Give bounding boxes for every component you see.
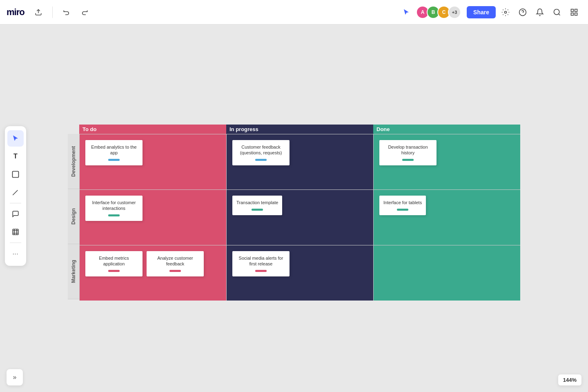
row-label-development: Development — [68, 134, 79, 189]
avatar-more[interactable]: +3 — [448, 6, 461, 19]
svg-rect-8 — [571, 13, 574, 15]
topbar-left: miro — [7, 5, 92, 20]
cell-marketing-todo[interactable]: Embed metrics application Analyze custom… — [79, 245, 226, 301]
frame-tool-button[interactable] — [7, 224, 24, 240]
sticky-tag-teal-1 — [402, 159, 414, 161]
sticky-tag-teal-3 — [252, 209, 263, 211]
cursor-tool-icon — [12, 135, 19, 142]
cell-dev-inprogress[interactable]: Customer feedback (questions, requests) — [226, 134, 373, 189]
sticky-transaction-history[interactable]: Develop transaction history — [379, 140, 437, 166]
text-tool-button[interactable]: T — [7, 148, 24, 165]
svg-line-5 — [559, 13, 560, 15]
search-icon — [553, 8, 561, 16]
svg-rect-9 — [575, 13, 577, 15]
board-row-marketing: Embed metrics application Analyze custom… — [79, 245, 520, 301]
toolbar-divider — [10, 203, 21, 203]
selection-tool-icon — [399, 5, 414, 20]
redo-button[interactable] — [77, 5, 92, 20]
sticky-tag-teal-4 — [397, 209, 408, 211]
upload-icon — [35, 9, 42, 16]
svg-rect-7 — [575, 9, 577, 11]
col-header-done: Done — [373, 125, 520, 134]
pen-icon — [12, 189, 19, 196]
sticky-interface-customer[interactable]: Interface for customer interactions — [85, 196, 143, 221]
cursor-icon — [403, 9, 410, 16]
cell-design-todo[interactable]: Interface for customer interactions — [79, 190, 226, 245]
sticky-embed-metrics[interactable]: Embed metrics application — [85, 251, 143, 277]
customize-icon[interactable] — [498, 5, 513, 20]
frame-icon — [12, 228, 19, 236]
cell-marketing-inprogress[interactable]: Social media alerts for first release — [226, 245, 373, 301]
sticky-note-icon — [11, 170, 20, 178]
sticky-tag-red-1 — [108, 270, 120, 272]
share-button[interactable]: Share — [467, 6, 496, 18]
redo-icon — [81, 9, 88, 16]
sticky-social-media[interactable]: Social media alerts for first release — [232, 251, 290, 277]
cell-dev-todo[interactable]: Embed analytics to the app — [79, 134, 226, 189]
undo-icon — [63, 9, 70, 16]
sticky-customer-feedback[interactable]: Customer feedback (questions, requests) — [232, 140, 290, 166]
sticky-embed-analytics[interactable]: Embed analytics to the app — [85, 140, 143, 166]
sticky-tag-blue-2 — [255, 159, 267, 161]
sticky-analyze-feedback[interactable]: Analyze customer feedback — [147, 251, 204, 277]
help-icon — [519, 8, 527, 16]
board-row-design: Interface for customer interactions Tran… — [79, 189, 520, 245]
row-label-marketing: Marketing — [68, 244, 79, 299]
search-icon-btn[interactable] — [550, 5, 564, 20]
settings-icon — [501, 8, 510, 16]
sticky-tag-red-2 — [169, 270, 181, 272]
comment-icon — [12, 210, 19, 218]
help-icon-btn[interactable] — [515, 5, 530, 20]
col-header-inprogress: In progress — [226, 125, 373, 134]
sticky-transaction-template[interactable]: Transaction template — [232, 196, 282, 216]
undo-button[interactable] — [59, 5, 74, 20]
board-body: Development Design Marketing Embed analy… — [68, 134, 520, 301]
board-menu-icon-btn[interactable] — [567, 5, 581, 20]
cell-marketing-done[interactable] — [373, 245, 520, 301]
svg-rect-13 — [13, 229, 18, 235]
topbar: miro A B C +3 Share — [0, 0, 588, 24]
sticky-tag-blue — [108, 159, 120, 161]
svg-rect-6 — [571, 9, 574, 11]
cell-dev-done[interactable]: Develop transaction history — [373, 134, 520, 189]
upload-button[interactable] — [31, 5, 46, 20]
bell-icon — [536, 8, 544, 16]
col-header-todo: To do — [79, 125, 226, 134]
menu-icon — [570, 8, 578, 16]
canvas[interactable]: To do In progress Done Development Desig… — [0, 0, 588, 392]
left-toolbar: T ··· — [5, 126, 26, 266]
toolbar-divider-2 — [10, 243, 21, 243]
more-tools-button[interactable]: ··· — [7, 245, 24, 262]
topbar-divider — [52, 7, 53, 18]
sticky-tag-red-3 — [255, 270, 267, 272]
svg-rect-10 — [13, 172, 19, 178]
kanban-wrapper: To do In progress Done Development Desig… — [68, 125, 520, 301]
notifications-icon-btn[interactable] — [532, 5, 547, 20]
sticky-tag-teal-2 — [108, 214, 120, 216]
avatar-group: A B C +3 — [416, 6, 461, 19]
svg-line-11 — [13, 190, 18, 195]
zoom-indicator: 144% — [558, 374, 581, 385]
board-row-development: Embed analytics to the app Customer feed… — [79, 134, 520, 189]
row-label-design: Design — [68, 189, 79, 244]
cursor-tool-button[interactable] — [7, 130, 24, 147]
sticky-interface-tablets[interactable]: Interface for tablets — [379, 196, 426, 216]
svg-point-4 — [554, 9, 559, 14]
row-labels: Development Design Marketing — [68, 134, 79, 301]
comment-tool-button[interactable] — [7, 206, 24, 222]
logo: miro — [7, 7, 24, 18]
svg-line-12 — [13, 194, 13, 195]
topbar-right: A B C +3 Share — [399, 5, 581, 20]
column-headers: To do In progress Done — [79, 125, 520, 134]
cell-design-inprogress[interactable]: Transaction template — [226, 190, 373, 245]
cell-design-done[interactable]: Interface for tablets — [373, 190, 520, 245]
collapse-panel-button[interactable]: » — [7, 369, 23, 385]
sticky-note-tool-button[interactable] — [7, 166, 24, 183]
pen-tool-button[interactable] — [7, 184, 24, 200]
svg-point-1 — [505, 11, 507, 13]
columns: Embed analytics to the app Customer feed… — [79, 134, 520, 301]
